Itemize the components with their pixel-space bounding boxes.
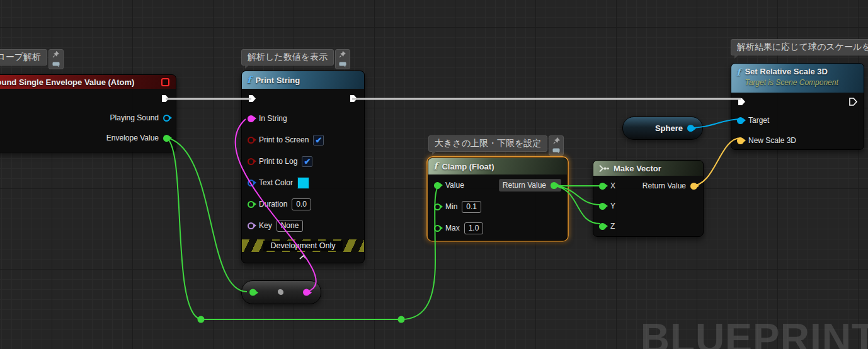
- comment-text: 解析した数値を表示: [241, 49, 334, 66]
- pin-label: Return Value: [642, 181, 686, 190]
- exec-out-pin[interactable]: [349, 94, 358, 103]
- development-only-banner: Development Only: [242, 239, 364, 252]
- node-event-atom-envelope[interactable]: Atom Sound Single Envelope Value (Atom) …: [0, 74, 176, 152]
- pin-label: Y: [610, 202, 615, 210]
- node-print-string[interactable]: f Print String In String Print to Screen…: [241, 71, 365, 263]
- pin-label: Target: [748, 116, 769, 125]
- node-title: Clamp (Float): [442, 162, 494, 171]
- pin-label: Envelope Value: [106, 134, 159, 142]
- conversion-dot: [278, 290, 283, 295]
- node-header[interactable]: Atom Sound Single Envelope Value (Atom): [0, 75, 176, 89]
- comment-bubble-print[interactable]: 解析した数値を表示: [241, 49, 350, 69]
- clamp-return-pin[interactable]: [551, 182, 557, 189]
- vector-return-pin[interactable]: [690, 183, 697, 190]
- node-title: Make Vector: [614, 164, 661, 173]
- node-header[interactable]: f Set Relative Scale 3D Target is Scene …: [731, 64, 864, 93]
- exec-in-pin[interactable]: [737, 97, 746, 106]
- return-value-hover[interactable]: Return Value: [499, 179, 561, 192]
- duration-pin[interactable]: [248, 201, 254, 208]
- x-pin[interactable]: [599, 183, 606, 190]
- collapse-node-button[interactable]: [242, 252, 364, 262]
- make-struct-icon: [598, 164, 609, 173]
- selection-outline: f Clamp (Float) Value Return Value Min 0…: [426, 156, 569, 242]
- exec-out-pin[interactable]: [848, 97, 858, 106]
- print-to-log-checkbox[interactable]: ✔: [302, 156, 312, 167]
- blueprint-watermark: BLUEPRINT: [641, 315, 868, 349]
- delegate-pin[interactable]: [161, 78, 169, 86]
- pin-label: X: [610, 181, 615, 190]
- text-color-swatch[interactable]: [297, 177, 309, 189]
- chevron-up-icon: [299, 255, 307, 260]
- pin-label: In String: [259, 114, 287, 123]
- clamp-max-pin[interactable]: [434, 225, 441, 232]
- node-header[interactable]: Make Vector: [593, 161, 703, 176]
- new-scale-pin[interactable]: [737, 137, 744, 144]
- pin-label: Print to Screen: [259, 135, 309, 144]
- text-color-pin[interactable]: [248, 180, 254, 186]
- node-get-sphere[interactable]: Sphere: [622, 117, 703, 140]
- comment-bubble-icon: [339, 62, 346, 67]
- pin-label: Z: [610, 222, 615, 231]
- pin-label: Duration: [259, 200, 287, 209]
- duration-input[interactable]: 0.0: [292, 198, 311, 210]
- variable-label: Sphere: [655, 123, 683, 133]
- min-input[interactable]: 0.1: [462, 201, 481, 213]
- comment-text: 大きさの上限・下限を設定: [428, 135, 547, 152]
- print-to-screen-pin[interactable]: [248, 137, 254, 144]
- comment-bubble-icon: [52, 62, 60, 67]
- comment-text: 解析結果に応じて球のスケールを変: [731, 39, 868, 55]
- pin-label: New Scale 3D: [748, 136, 796, 145]
- playing-sound-pin[interactable]: [163, 115, 170, 122]
- comment-text: ベロープ解析: [0, 49, 47, 66]
- print-to-log-pin[interactable]: [248, 158, 254, 165]
- clamp-min-pin[interactable]: [434, 203, 441, 210]
- function-icon: f: [433, 162, 437, 171]
- pushpin-icon: [52, 51, 59, 58]
- y-pin[interactable]: [599, 203, 606, 210]
- node-header[interactable]: f Clamp (Float): [428, 158, 567, 174]
- pin-label: Print to Log: [259, 157, 297, 166]
- pin-label: Min: [445, 202, 457, 211]
- node-subtitle: Target is Scene Component: [745, 77, 838, 88]
- exec-in-pin[interactable]: [248, 94, 257, 103]
- exec-out-pin[interactable]: [161, 94, 170, 103]
- sphere-output-pin[interactable]: [687, 125, 694, 132]
- pin-label: Max: [445, 224, 460, 232]
- pin-label: Key: [259, 221, 272, 230]
- z-pin[interactable]: [599, 223, 606, 230]
- function-icon: f: [247, 76, 251, 85]
- node-make-vector[interactable]: Make Vector X Return Value Y Z: [593, 160, 704, 237]
- comment-bubble-icon: [552, 148, 560, 154]
- key-pin[interactable]: [248, 222, 254, 229]
- function-icon: f: [736, 68, 740, 77]
- in-string-pin[interactable]: [248, 115, 254, 122]
- node-set-relative-scale-3d[interactable]: f Set Relative Scale 3D Target is Scene …: [731, 63, 864, 150]
- comment-bubble-envelope[interactable]: ベロープ解析: [0, 49, 64, 69]
- node-title: Print String: [255, 76, 300, 85]
- pin-label: Playing Sound: [110, 113, 159, 122]
- node-title: Set Relative Scale 3D: [745, 66, 838, 77]
- pin-label: Return Value: [503, 181, 546, 190]
- conversion-output-pin[interactable]: [303, 289, 310, 296]
- conversion-input-pin[interactable]: [249, 289, 256, 296]
- key-input[interactable]: None: [277, 220, 304, 232]
- conversion-node-to-string[interactable]: [241, 280, 321, 304]
- target-pin[interactable]: [737, 117, 744, 124]
- comment-bubble-scale[interactable]: 解析結果に応じて球のスケールを変: [731, 39, 868, 55]
- node-header[interactable]: f Print String: [242, 71, 364, 89]
- clamp-value-pin[interactable]: [434, 182, 441, 189]
- print-to-screen-checkbox[interactable]: ✔: [313, 135, 324, 146]
- pin-label: Value: [445, 181, 464, 190]
- comment-bubble-clamp[interactable]: 大きさの上限・下限を設定: [428, 135, 564, 156]
- node-clamp-float[interactable]: f Clamp (Float) Value Return Value Min 0…: [428, 157, 568, 241]
- pushpin-icon: [553, 137, 560, 144]
- envelope-value-pin[interactable]: [163, 135, 170, 142]
- max-input[interactable]: 1.0: [464, 222, 484, 234]
- pushpin-icon: [339, 51, 346, 58]
- node-title: Atom Sound Single Envelope Value (Atom): [0, 77, 134, 87]
- pin-label: Text Color: [259, 178, 293, 187]
